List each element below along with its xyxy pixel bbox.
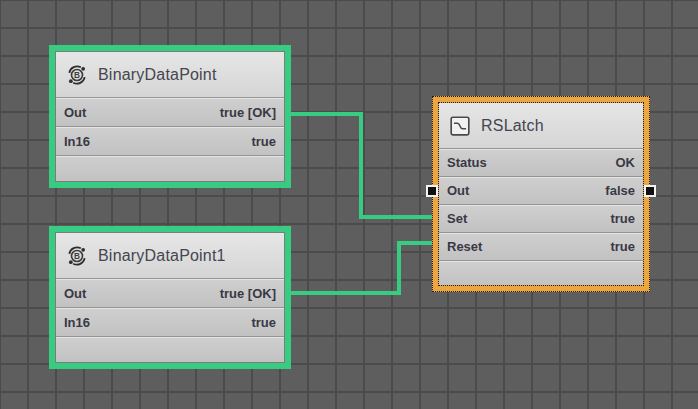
pin-value: true xyxy=(251,134,276,149)
pin-value: true xyxy=(610,239,635,254)
binary-point-icon: B xyxy=(66,245,88,267)
pin-value: false xyxy=(605,183,635,198)
pin-label: Set xyxy=(447,211,467,226)
node-binarydatapoint1-header[interactable]: B BinaryDataPoint1 xyxy=(56,233,284,278)
wiresheet-canvas[interactable]: B BinaryDataPoint Out true [OK] In16 tru… xyxy=(0,0,698,409)
node-binarydatapoint-header[interactable]: B BinaryDataPoint xyxy=(56,52,284,97)
pin-row-empty xyxy=(56,155,284,181)
pin-row-out[interactable]: Out false xyxy=(439,176,643,204)
pin-value: OK xyxy=(616,155,636,170)
pin-label: Status xyxy=(447,155,487,170)
pin-label: Out xyxy=(447,183,469,198)
pin-value: true [OK] xyxy=(220,105,276,120)
pin-row-empty xyxy=(56,336,284,362)
node-binarydatapoint[interactable]: B BinaryDataPoint Out true [OK] In16 tru… xyxy=(49,45,291,188)
svg-text:B: B xyxy=(74,70,80,79)
pin-row-in16[interactable]: In16 true xyxy=(56,307,284,336)
pin-row-reset[interactable]: Reset true xyxy=(439,232,643,260)
pin-value: true [OK] xyxy=(220,286,276,301)
node-rslatch[interactable]: RSLatch Status OK Out false Set true Res… xyxy=(432,96,650,292)
node-title: BinaryDataPoint xyxy=(98,66,217,84)
binary-point-icon: B xyxy=(66,64,88,86)
pin-row-out[interactable]: Out true [OK] xyxy=(56,97,284,126)
pin-label: In16 xyxy=(64,134,90,149)
pin-label: Out xyxy=(64,286,86,301)
node-title: BinaryDataPoint1 xyxy=(98,247,226,265)
pin-row-status[interactable]: Status OK xyxy=(439,148,643,176)
selection-handle-left[interactable] xyxy=(426,185,438,197)
pin-row-in16[interactable]: In16 true xyxy=(56,126,284,155)
node-rslatch-header[interactable]: RSLatch xyxy=(439,103,643,148)
pin-value: true xyxy=(251,315,276,330)
pin-row-set[interactable]: Set true xyxy=(439,204,643,232)
wire-binarydatapoint1-out-to-rslatch-reset[interactable] xyxy=(291,243,433,293)
latch-icon xyxy=(449,115,471,137)
selection-handle-right[interactable] xyxy=(644,185,656,197)
wire-binarydatapoint-out-to-rslatch-set[interactable] xyxy=(291,114,433,217)
node-title: RSLatch xyxy=(481,117,544,135)
node-binarydatapoint1[interactable]: B BinaryDataPoint1 Out true [OK] In16 tr… xyxy=(49,226,291,369)
pin-label: Out xyxy=(64,105,86,120)
pin-label: In16 xyxy=(64,315,90,330)
pin-value: true xyxy=(610,211,635,226)
pin-row-out[interactable]: Out true [OK] xyxy=(56,278,284,307)
pin-label: Reset xyxy=(447,239,482,254)
pin-row-empty xyxy=(439,260,643,285)
svg-text:B: B xyxy=(74,251,80,260)
